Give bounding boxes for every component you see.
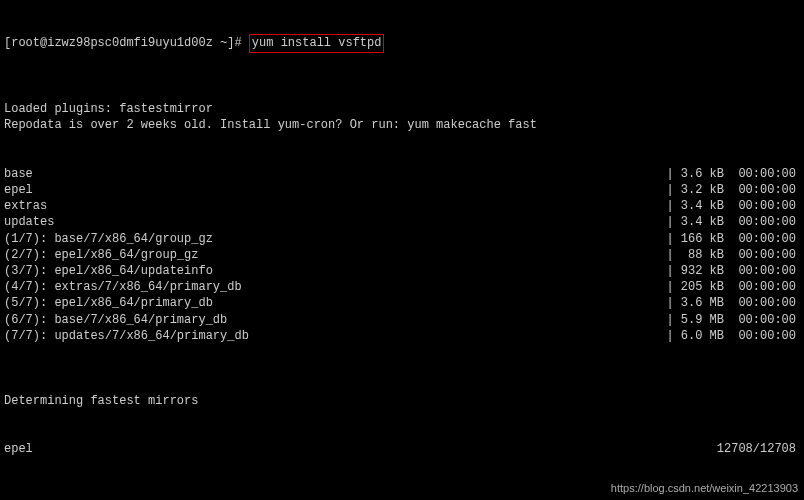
mirror-line: Determining fastest mirrors xyxy=(4,393,800,409)
download-row: (6/7): base/7/x86_64/primary_db| 5.9 MB … xyxy=(4,312,796,328)
download-row: (1/7): base/7/x86_64/group_gz| 166 kB 00… xyxy=(4,231,796,247)
download-row: (7/7): updates/7/x86_64/primary_db| 6.0 … xyxy=(4,328,796,344)
output-line: Repodata is over 2 weeks old. Install yu… xyxy=(4,117,800,133)
prompt-line: [root@izwz98psc0dmfi9uyu1d00z ~]# yum in… xyxy=(4,34,800,52)
shell-prompt: [root@izwz98psc0dmfi9uyu1d00z ~]# xyxy=(4,36,249,50)
epel-progress: epel 12708/12708 xyxy=(4,441,796,457)
download-row: (3/7): epel/x86_64/updateinfo| 932 kB 00… xyxy=(4,263,796,279)
download-row: (5/7): epel/x86_64/primary_db| 3.6 MB 00… xyxy=(4,295,796,311)
download-row: base| 3.6 kB 00:00:00 xyxy=(4,166,796,182)
command-highlight: yum install vsftpd xyxy=(249,34,385,52)
download-row: extras| 3.4 kB 00:00:00 xyxy=(4,198,796,214)
terminal-output: [root@izwz98psc0dmfi9uyu1d00z ~]# yum in… xyxy=(0,0,804,500)
output-line: Loaded plugins: fastestmirror xyxy=(4,101,800,117)
download-row: epel| 3.2 kB 00:00:00 xyxy=(4,182,796,198)
watermark: https://blog.csdn.net/weixin_42213903 xyxy=(611,481,798,496)
download-row: updates| 3.4 kB 00:00:00 xyxy=(4,214,796,230)
download-row: (2/7): epel/x86_64/group_gz| 88 kB 00:00… xyxy=(4,247,796,263)
download-row: (4/7): extras/7/x86_64/primary_db| 205 k… xyxy=(4,279,796,295)
